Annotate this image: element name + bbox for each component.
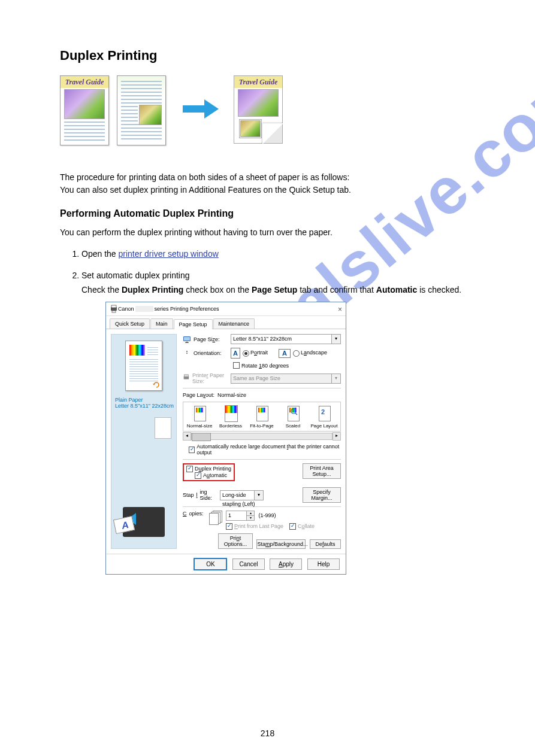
title-model-blank — [135, 306, 153, 312]
page-size-combo[interactable]: Letter 8.5"x11" 22x28cm ▾ — [231, 334, 341, 344]
title-prefix: Canon — [118, 303, 134, 314]
apply-button[interactable]: Apply — [270, 558, 302, 570]
printer-driver-link[interactable]: printer driver setup window — [119, 249, 219, 259]
stapling-label: Stapling Side: — [183, 489, 220, 501]
printing-preferences-dialog: Canon series Printing Preferences × Quic… — [105, 302, 346, 575]
orientation-label: Orientation: — [194, 350, 222, 356]
copies-spinner[interactable]: 1 ▴▾ — [226, 511, 255, 521]
page-heading: Duplex Printing — [60, 48, 481, 63]
duplex-output-icon: Travel Guide — [234, 75, 285, 147]
printer-icon — [110, 305, 118, 313]
copies-label: Copies: — [183, 511, 209, 517]
page-number: 218 — [0, 728, 535, 738]
layout-fit[interactable]: Fit-to-Page — [247, 405, 277, 429]
title-suffix: series Printing Preferences — [155, 303, 219, 314]
defaults-button[interactable]: Defaults — [310, 539, 341, 549]
duplex-highlight: Duplex Printing Automatic — [183, 463, 235, 481]
stamp-background-button[interactable]: Stamp/Background... — [256, 539, 306, 549]
ok-button[interactable]: OK — [194, 558, 227, 570]
orientation-icon: ↕ — [183, 349, 191, 357]
svg-rect-6 — [185, 342, 189, 343]
landscape-label: Landscape — [301, 350, 327, 356]
print-last-label: Print from Last Page — [234, 523, 283, 529]
flip-icon — [152, 381, 161, 389]
printer-paper-combo: Same as Page Size ▾ — [231, 374, 341, 384]
svg-line-10 — [295, 413, 297, 415]
collate-checkbox — [289, 523, 296, 530]
stapling-combo[interactable]: Long-side stapling (Left) ▾ — [220, 490, 264, 500]
print-options-button[interactable]: Print Options... — [218, 533, 253, 549]
svg-rect-2 — [112, 311, 116, 312]
doc-cover-title: Travel Guide — [234, 76, 282, 88]
print-area-setup-button[interactable]: Print Area Setup... — [303, 463, 341, 479]
page-layout-value: Normal-size — [217, 392, 246, 398]
step-text: Open the — [81, 249, 119, 259]
tab-quick-setup[interactable]: Quick Setup — [110, 318, 150, 329]
copies-range: (1-999) — [259, 512, 276, 518]
section-desc: You can perform the duplex printing with… — [60, 227, 481, 237]
settings-panel: Page Size: Letter 8.5"x11" 22x28cm ▾ ↕ O… — [177, 334, 341, 549]
page-size-label: Page Size: — [194, 336, 220, 342]
dialog-title-bar: Canon series Printing Preferences × — [106, 302, 346, 316]
chevron-down-icon: ▾ — [331, 374, 340, 383]
tab-maintenance[interactable]: Maintenance — [213, 318, 255, 329]
svg-rect-5 — [186, 342, 188, 342]
tab-main[interactable]: Main — [150, 318, 173, 329]
duplex-label: Duplex Printing — [195, 466, 231, 472]
landscape-radio[interactable] — [293, 350, 300, 357]
chevron-down-icon: ▾ — [331, 335, 340, 344]
section-title: Performing Automatic Duplex Printing — [60, 208, 481, 219]
printer-illustration: A — [114, 498, 174, 546]
portrait-radio[interactable] — [243, 350, 249, 357]
portrait-label: Portrait — [250, 350, 268, 356]
svg-point-9 — [291, 409, 296, 414]
layout-borderless[interactable]: Borderless — [216, 405, 246, 429]
scroll-left-icon[interactable]: ◂ — [183, 432, 191, 441]
specify-margin-button[interactable]: Specify Margin... — [303, 487, 341, 503]
automatic-label: Automatic — [203, 472, 227, 478]
svg-rect-8 — [185, 375, 189, 377]
collate-label: Collate — [298, 523, 315, 529]
auto-reduce-checkbox[interactable] — [189, 447, 195, 453]
tab-page-setup[interactable]: Page Setup — [174, 319, 213, 329]
rotate180-label: Rotate 180 degrees — [241, 363, 289, 369]
preview-page-icon — [125, 341, 162, 391]
scroll-right-icon[interactable]: ▸ — [333, 432, 341, 441]
rotate180-checkbox[interactable] — [233, 362, 240, 369]
doc-cover-title: Travel Guide — [61, 76, 108, 88]
automatic-checkbox[interactable] — [195, 472, 201, 479]
layout-normal[interactable]: Normal-size — [185, 405, 214, 429]
preview-panel: Plain Paper Letter 8.5"x11" 22x28cm A — [111, 334, 177, 549]
step-desc: Check the Duplex Printing check box on t… — [81, 285, 481, 294]
layout-thumbnails: Normal-size Borderless Fit-to-Page — [183, 402, 341, 432]
monitor-icon — [183, 335, 191, 344]
svg-rect-1 — [111, 305, 116, 308]
paper-type-label: Plain Paper — [115, 397, 174, 403]
portrait-icon: A — [231, 348, 240, 359]
chevron-down-icon: ▾ — [254, 491, 263, 500]
arrow-icon — [183, 99, 220, 117]
landscape-icon: A — [279, 349, 291, 358]
cancel-button[interactable]: Cancel — [232, 558, 265, 570]
page-layout-label: Page Layout: — [183, 392, 217, 398]
auto-reduce-label: Automatically reduce large document that… — [197, 444, 341, 456]
dialog-footer: OK Cancel Apply Help — [106, 554, 346, 574]
layout-pagelayout[interactable]: 2 Page Layout — [309, 405, 339, 429]
printer-small-icon — [183, 374, 190, 382]
help-button[interactable]: Help — [307, 558, 340, 570]
print-last-checkbox — [226, 523, 232, 530]
steps-list: Open the printer driver setup window Set… — [60, 249, 481, 575]
svg-rect-4 — [184, 337, 190, 341]
close-icon[interactable]: × — [338, 304, 342, 315]
tabs: Quick Setup Main Page Setup Maintenance — [106, 316, 346, 329]
paper-size-label: Letter 8.5"x11" 22x28cm — [115, 403, 174, 409]
duplex-checkbox[interactable] — [186, 466, 193, 472]
layout-scrollbar[interactable]: ◂ ▸ — [183, 433, 341, 440]
page-content: Duplex Printing Travel Guide — [0, 0, 535, 611]
small-preview-icon — [155, 417, 171, 439]
copies-icon — [209, 511, 222, 524]
duplex-illustration: Travel Guide — [60, 75, 481, 153]
step-title: Set automatic duplex printing — [81, 271, 481, 280]
intro-text: The procedure for printing data on both … — [60, 171, 481, 196]
layout-scaled[interactable]: Scaled — [278, 405, 308, 429]
